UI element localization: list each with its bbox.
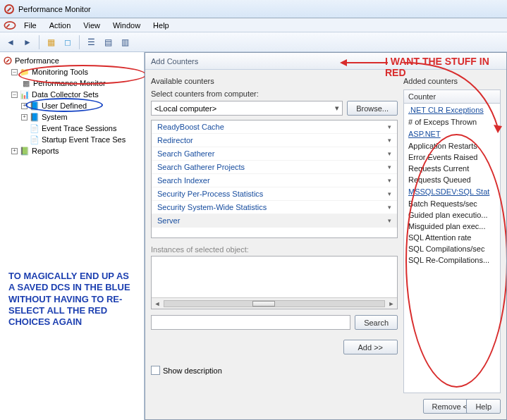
annotation-red-text: I WANT THE STUFF IN RED xyxy=(385,56,506,78)
app-icon xyxy=(4,4,14,14)
tree-root[interactable]: Performance xyxy=(1,55,142,66)
main-area: Performance – 📁 Monitoring Tools ▩ Perfo… xyxy=(0,52,507,420)
tree-label: System xyxy=(42,113,68,121)
search-input[interactable] xyxy=(151,315,350,330)
added-counter-item[interactable]: Misguided plan exec... xyxy=(404,221,500,232)
chevron-down-icon: ▾ xyxy=(388,123,391,130)
tree-label: Data Collector Sets xyxy=(32,90,99,99)
forward-button[interactable]: ► xyxy=(20,35,35,50)
new-window-button[interactable]: ◻ xyxy=(60,35,75,50)
dcs-icon: 📘 xyxy=(30,112,39,122)
added-counter-item[interactable]: Error Events Raised xyxy=(404,152,500,163)
counter-category-item[interactable]: Search Indexer▾ xyxy=(152,174,397,187)
separator xyxy=(79,35,80,49)
chevron-down-icon: ▾ xyxy=(388,137,391,144)
counter-category-item[interactable]: Search Gatherer▾ xyxy=(152,147,397,161)
counter-category-item[interactable]: ReadyBoost Cache▾ xyxy=(152,121,397,134)
menu-file[interactable]: File xyxy=(18,20,42,31)
counter-group-header[interactable]: MSSQLSDEV:SQL Stat xyxy=(404,185,500,198)
menu-help[interactable]: Help xyxy=(147,20,175,31)
added-counter-item[interactable]: Guided plan executio... xyxy=(404,209,500,221)
tree-data-collector-sets[interactable]: – 📊 Data Collector Sets xyxy=(1,89,142,100)
added-counter-item[interactable]: SQL Re-Compilations... xyxy=(404,254,500,266)
available-counters-label: Available counters xyxy=(151,77,398,85)
tree-label: User Defined xyxy=(42,101,87,110)
show-description-checkbox[interactable] xyxy=(151,366,160,375)
counter-category-item[interactable]: Search Gatherer Projects▾ xyxy=(152,161,397,174)
counter-category-item[interactable]: Server▾ xyxy=(152,214,397,228)
perf-icon xyxy=(4,56,11,64)
added-counter-item[interactable]: Requests Queued xyxy=(404,174,500,185)
tree-startup-event-trace[interactable]: 📄 Startup Event Trace Ses xyxy=(1,134,142,145)
expand-icon[interactable]: + xyxy=(21,114,28,121)
dialog-body: Available counters Select counters from … xyxy=(145,70,506,419)
computer-combo[interactable]: <Local computer> xyxy=(151,101,343,116)
menu-action[interactable]: Action xyxy=(44,20,77,31)
refresh-button[interactable]: ▤ xyxy=(100,35,116,50)
annotation-note: TO MAGICALLY END UP AS A SAVED DCS IN TH… xyxy=(8,271,135,328)
chevron-down-icon: ▾ xyxy=(388,150,391,157)
tree-root-label: Performance xyxy=(15,56,59,65)
counter-group-header[interactable]: .NET CLR Exceptions xyxy=(404,104,500,116)
counter-category-item[interactable]: Security System-Wide Statistics▾ xyxy=(152,201,397,214)
tree-event-trace[interactable]: 📄 Event Trace Sessions xyxy=(1,123,142,134)
search-button[interactable]: Search xyxy=(355,315,398,330)
separator xyxy=(39,35,39,49)
dcs-icon: 📄 xyxy=(30,135,39,144)
chevron-down-icon: ▾ xyxy=(388,190,391,197)
counter-category-item[interactable]: Security Per-Process Statistics▾ xyxy=(152,187,397,201)
show-hide-tree-button[interactable]: ▦ xyxy=(43,35,59,50)
tree-monitoring-tools[interactable]: – 📁 Monitoring Tools xyxy=(1,66,142,78)
added-counters-panel: Added counters Counter .NET CLR Exceptio… xyxy=(403,75,501,414)
computer-value: <Local computer> xyxy=(154,104,216,113)
counter-category-list[interactable]: ReadyBoost Cache▾Redirector▾Search Gathe… xyxy=(151,120,398,238)
window-title: Performance Monitor xyxy=(18,5,91,13)
tree-reports[interactable]: + 📗 Reports xyxy=(1,145,142,156)
added-counter-item[interactable]: SQL Compilations/sec xyxy=(404,243,500,254)
back-button[interactable]: ◄ xyxy=(3,35,18,50)
collapse-icon[interactable]: – xyxy=(11,69,18,75)
available-counters-panel: Available counters Select counters from … xyxy=(151,75,398,414)
browse-button[interactable]: Browse... xyxy=(347,101,398,116)
add-button[interactable]: Add >> xyxy=(343,340,398,354)
menu-view[interactable]: View xyxy=(78,20,106,31)
collapse-icon[interactable]: – xyxy=(11,92,18,98)
added-counter-item[interactable]: Application Restarts xyxy=(404,140,500,152)
counter-column-header[interactable]: Counter xyxy=(403,89,501,104)
tree-performance-monitor[interactable]: ▩ Performance Monitor xyxy=(1,78,142,89)
tree-label: Monitoring Tools xyxy=(32,68,88,76)
counter-category-item[interactable]: Redirector▾ xyxy=(152,134,397,147)
folder-icon: 📁 xyxy=(20,67,30,77)
app-icon-small xyxy=(4,21,16,30)
help-button[interactable]: Help xyxy=(466,399,501,414)
expand-icon[interactable]: + xyxy=(21,103,28,109)
tree-label: Event Trace Sessions xyxy=(42,124,116,132)
chevron-down-icon: ▾ xyxy=(388,177,391,184)
scroll-left-icon[interactable]: ◄ xyxy=(152,300,163,307)
expand-icon[interactable]: + xyxy=(11,148,18,154)
instances-label: Instances of selected object: xyxy=(151,245,398,254)
added-counters-list[interactable]: .NET CLR Exceptions# of Exceps ThrownASP… xyxy=(403,104,501,393)
added-counter-item[interactable]: Requests Current xyxy=(404,163,500,174)
tree-system[interactable]: + 📘 System xyxy=(1,111,142,123)
added-counter-item[interactable]: # of Exceps Thrown xyxy=(404,116,500,128)
properties-button[interactable]: ☰ xyxy=(83,35,99,50)
menu-window[interactable]: Window xyxy=(107,20,146,31)
dcs-icon: 📊 xyxy=(20,89,30,99)
scroll-thumb[interactable] xyxy=(164,300,385,307)
dcs-icon: 📘 xyxy=(30,101,39,111)
horizontal-scrollbar[interactable]: ◄ ► xyxy=(152,297,397,309)
chevron-down-icon: ▾ xyxy=(388,204,391,211)
tree-user-defined[interactable]: + 📘 User Defined xyxy=(1,100,142,111)
dcs-icon: 📄 xyxy=(30,123,39,133)
export-button[interactable]: ▥ xyxy=(117,35,133,50)
added-counter-item[interactable]: SQL Attention rate xyxy=(404,232,500,243)
menubar: File Action View Window Help xyxy=(0,18,507,32)
counter-group-header[interactable]: ASP.NET xyxy=(404,128,500,140)
instances-list[interactable]: ◄ ► xyxy=(151,256,398,309)
scroll-right-icon[interactable]: ► xyxy=(386,300,397,307)
tree-label: Startup Event Trace Ses xyxy=(42,135,126,144)
added-counter-item[interactable]: Batch Requests/sec xyxy=(404,198,500,209)
window-titlebar: Performance Monitor xyxy=(0,0,507,18)
add-counters-dialog: Add Counters I WANT THE STUFF IN RED Ava… xyxy=(145,52,507,420)
